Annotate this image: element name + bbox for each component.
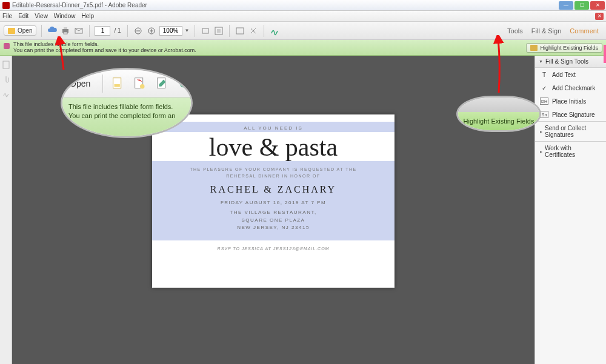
callout-big: Open This file includes fillable form fi… xyxy=(61,68,193,138)
maximize-button[interactable]: ☐ xyxy=(574,1,589,10)
doc-subtitle: THE PLEASURE OF YOUR COMPANY IS REQUESTE… xyxy=(159,166,387,179)
folder-icon xyxy=(8,28,15,34)
comment-link[interactable]: Comment xyxy=(570,27,599,35)
place-signature-item[interactable]: Sn Place Signature xyxy=(535,108,606,121)
menu-edit[interactable]: Edit xyxy=(18,13,28,19)
panel-header[interactable]: ▼ Fill & Sign Tools xyxy=(535,56,606,68)
send-collect-label: Send or Collect Signatures xyxy=(545,125,601,138)
add-checkmark-item[interactable]: ✓ Add Checkmark xyxy=(535,81,606,94)
separator xyxy=(41,25,42,37)
window-title: Editable-Resersal-Dinner_7x5.pdf - Adobe… xyxy=(12,2,559,8)
page-total-label: / 1 xyxy=(113,27,122,34)
toolbar: Open / 1 ▼ Tools Fill & Sign Comment xyxy=(0,22,606,40)
tools-link[interactable]: Tools xyxy=(507,27,523,35)
doc-sub2: REHERSAL DINNER IN HONOR OF xyxy=(226,174,320,178)
separator xyxy=(264,25,264,37)
fill-sign-panel: ▼ Fill & Sign Tools T Add Text ✓ Add Che… xyxy=(534,56,606,364)
annotation-arrow-right xyxy=(490,35,508,96)
zoom-level-input[interactable] xyxy=(159,26,182,36)
separator xyxy=(229,25,230,37)
read-mode-icon[interactable] xyxy=(235,25,245,36)
open-label: Open xyxy=(18,27,32,34)
fill-sign-link[interactable]: Fill & Sign xyxy=(531,27,562,35)
collapse-icon: ▼ xyxy=(539,59,543,64)
fit-page-icon[interactable] xyxy=(213,25,224,36)
zoom-in-icon[interactable] xyxy=(146,25,157,36)
doc-sub1: THE PLEASURE OF YOUR COMPANY IS REQUESTE… xyxy=(190,167,356,171)
signature-icon: Sn xyxy=(540,111,548,118)
tool-icon[interactable] xyxy=(248,25,259,36)
work-certs-label: Work with Certificates xyxy=(545,145,601,158)
thumbnails-icon[interactable] xyxy=(2,61,10,69)
place-initials-item[interactable]: DH Place Initials xyxy=(535,94,606,108)
form-info-bar: This file includes fillable form fields.… xyxy=(0,40,606,56)
doc-venue: THE VILLAGE RESTAURANT, SQUARE ONE PLAZA… xyxy=(159,209,387,232)
document-close-button[interactable]: ✕ xyxy=(595,13,604,20)
separator xyxy=(127,25,128,37)
add-checkmark-label: Add Checkmark xyxy=(552,85,595,91)
chevron-icon: ▸ xyxy=(540,149,542,154)
chevron-icon: ▸ xyxy=(540,129,542,134)
menu-window[interactable]: Window xyxy=(54,13,76,19)
doc-date: FRIDAY AUGUST 16, 2019 AT 7 PM xyxy=(159,200,387,205)
annotation-arrow-left xyxy=(55,36,73,73)
pdf-icon xyxy=(132,76,147,91)
svg-rect-15 xyxy=(115,84,120,87)
zoom-dropdown-icon[interactable]: ▼ xyxy=(185,28,190,33)
doc-title: love & pasta xyxy=(209,134,338,160)
svg-rect-11 xyxy=(217,29,221,33)
title-bar: Editable-Resersal-Dinner_7x5.pdf - Adobe… xyxy=(0,0,606,11)
doc-venue2: SQUARE ONE PLAZA xyxy=(242,217,305,223)
pink-accent xyxy=(604,45,606,63)
svg-rect-13 xyxy=(3,61,9,68)
save-cloud-icon[interactable] xyxy=(47,25,58,36)
place-signature-label: Place Signature xyxy=(552,111,595,118)
close-button[interactable]: ✕ xyxy=(590,1,605,10)
menu-bar: File Edit View Window Help ✕ xyxy=(0,11,606,22)
attachments-icon[interactable] xyxy=(2,75,10,84)
signatures-icon[interactable] xyxy=(2,90,10,98)
highlight-fields-button[interactable]: Highlight Existing Fields xyxy=(526,43,602,53)
separator xyxy=(89,25,90,37)
app-icon xyxy=(2,2,10,9)
sign-icon[interactable] xyxy=(269,25,280,36)
add-text-item[interactable]: T Add Text xyxy=(535,68,606,81)
left-rail xyxy=(0,56,12,364)
email-icon[interactable] xyxy=(73,25,84,36)
initials-icon: DH xyxy=(540,98,548,105)
send-collect-section[interactable]: ▸ Send or Collect Signatures xyxy=(535,121,606,141)
svg-rect-1 xyxy=(64,27,67,29)
info-line2: You can print the completed form and sav… xyxy=(13,48,196,54)
print-icon[interactable] xyxy=(60,25,71,36)
page-number-input[interactable] xyxy=(95,26,110,36)
work-certs-section[interactable]: ▸ Work with Certificates xyxy=(535,141,606,161)
add-text-label: Add Text xyxy=(552,71,576,78)
open-button[interactable]: Open xyxy=(4,25,36,36)
panel-header-label: Fill & Sign Tools xyxy=(545,58,588,65)
fit-width-icon[interactable] xyxy=(200,25,211,36)
doc-pretitle: ALL YOU NEED IS xyxy=(152,125,395,131)
separator xyxy=(195,25,195,37)
place-initials-label: Place Initials xyxy=(552,98,586,105)
menu-help[interactable]: Help xyxy=(81,13,94,19)
page-yellow-icon xyxy=(110,76,125,91)
doc-rsvp: RSVP TO JESSICA AT JESS123@EMAIL.COM xyxy=(152,247,395,251)
highlight-label: Highlight Existing Fields xyxy=(540,45,598,51)
edit-icon xyxy=(155,76,169,91)
callout-big-line2: You can print the completed form an xyxy=(68,112,175,119)
menu-file[interactable]: File xyxy=(2,13,12,19)
highlight-icon xyxy=(530,45,538,51)
callout-big-line1: This file includes fillable form fields. xyxy=(68,103,173,110)
doc-venue3: NEW JERSEY, NJ 23415 xyxy=(237,225,310,230)
minimize-button[interactable]: — xyxy=(559,1,573,10)
text-icon: T xyxy=(540,71,548,78)
doc-names: RACHEL & ZACHARY xyxy=(159,184,387,195)
menu-view[interactable]: View xyxy=(35,13,48,19)
checkmark-icon: ✓ xyxy=(540,84,548,91)
callout-small: Highlight Existing Fields xyxy=(456,96,541,132)
zoom-out-icon[interactable] xyxy=(133,25,144,36)
svg-point-17 xyxy=(140,84,144,88)
callout-small-text: Highlight Existing Fields xyxy=(464,117,534,125)
window-controls: — ☐ ✕ xyxy=(559,1,606,10)
invitation-document: ALL YOU NEED IS love & pasta THE PLEASUR… xyxy=(152,114,395,288)
